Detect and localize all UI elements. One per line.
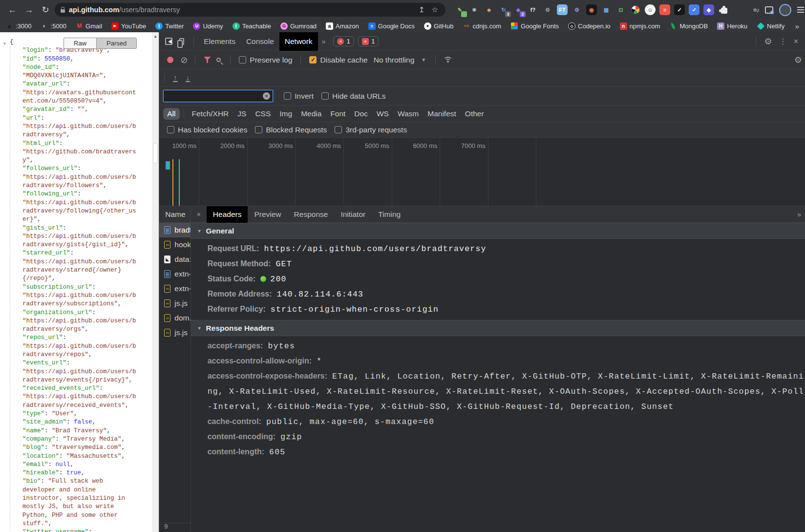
export-har-icon[interactable]: ↓	[186, 74, 191, 82]
reload-icon[interactable]: ↻	[38, 4, 53, 15]
bookmark-youtube[interactable]: ▶YouTube	[111, 22, 146, 30]
tab-groups-icon[interactable]	[765, 6, 773, 14]
devtools-settings-icon[interactable]: ⚙	[761, 36, 776, 47]
function-extension-icon[interactable]: f?	[528, 4, 538, 15]
filter-pill-media[interactable]: Media	[297, 108, 325, 120]
more-tabs-icon[interactable]: »	[318, 38, 330, 45]
ft-blue-extension-icon[interactable]: FT	[557, 4, 568, 15]
bookmark-heroku[interactable]: HHeroku	[717, 22, 747, 30]
devtools-tab-network[interactable]: Network	[279, 32, 318, 51]
filter-pill-doc[interactable]: Doc	[350, 108, 372, 120]
profile-avatar[interactable]	[779, 4, 791, 16]
layers-extension-icon[interactable]: ◆2	[513, 4, 524, 15]
bookmark-twitter[interactable]: tTwitter	[155, 22, 184, 30]
clear-icon[interactable]: ⊘	[177, 55, 191, 65]
color-wheel-extension-icon[interactable]	[630, 4, 641, 15]
inspect-element-icon[interactable]	[165, 38, 172, 45]
filter-pill-other[interactable]: Other	[461, 108, 488, 120]
import-har-icon[interactable]: ↑	[173, 74, 178, 82]
panels-extension-icon[interactable]: ▦	[601, 4, 612, 15]
shield-indigo-extension-icon[interactable]: ◈	[703, 4, 714, 15]
detail-tab-preview[interactable]: Preview	[248, 206, 287, 223]
response-headers-section-header[interactable]: ▼ Response Headers	[191, 320, 805, 336]
network-overview-timeline[interactable]: 1000 ms2000 ms3000 ms4000 ms5000 ms6000 …	[159, 138, 805, 206]
network-conditions-icon[interactable]	[443, 57, 453, 64]
detail-more-tabs-icon[interactable]: »	[793, 211, 805, 218]
filter-pill-css[interactable]: CSS	[251, 108, 275, 120]
notes-extension-icon[interactable]: ≡	[659, 4, 670, 15]
extensions-puzzle-extension-icon[interactable]	[718, 4, 729, 15]
bookmark-udemy[interactable]: UUdemy	[193, 22, 223, 30]
request-row-data-image-png[interactable]: ◣data:image/png;...	[159, 252, 190, 267]
back-icon[interactable]: ←	[5, 5, 20, 15]
url-bar[interactable]: api.github.com/users/bradtraversy ↥ ☆	[55, 3, 445, 17]
bookmark-gumroad[interactable]: GGumroad	[280, 22, 317, 30]
bookmark-netlify[interactable]: Netlify	[757, 22, 784, 30]
collapse-caret-icon[interactable]: ▼	[3, 40, 6, 48]
general-section-header[interactable]: ▼ General	[191, 223, 805, 239]
gear-purple-extension-icon[interactable]: ⚙	[572, 4, 582, 15]
sync-extension-icon[interactable]: ↻3	[498, 4, 509, 15]
request-row-dom-js[interactable]: ‹›dom.js	[159, 311, 190, 325]
bookmark-google-docs[interactable]: ≡Google Docs	[368, 22, 415, 30]
close-detail-icon[interactable]: ×	[191, 211, 207, 218]
network-settings-icon[interactable]: ⚙	[790, 55, 805, 65]
face-extension-icon[interactable]: ☻	[484, 4, 494, 15]
bookmark-teachable[interactable]: tTeachable	[233, 22, 271, 30]
scrollbar-up-icon[interactable]: ▲	[152, 32, 159, 39]
devtools-tab-elements[interactable]: Elements	[198, 32, 241, 51]
filter-pill-all[interactable]: All	[163, 108, 179, 120]
bookmark-mongodb[interactable]: MongoDB	[669, 22, 708, 30]
lock-icon[interactable]	[61, 9, 65, 13]
filter-pill-ws[interactable]: WS	[373, 108, 393, 120]
bookmark-google-fonts[interactable]: Google Fonts	[510, 22, 559, 30]
check-extension-icon[interactable]: ✓	[674, 4, 685, 15]
bookmark-amazon[interactable]: aAmazon	[326, 22, 359, 30]
request-row-js-js[interactable]: ‹›js.js	[159, 325, 190, 340]
device-toolbar-icon[interactable]	[179, 38, 184, 45]
detail-tab-response[interactable]: Response	[288, 206, 335, 223]
bookmark-star-icon[interactable]: ☆	[430, 5, 440, 14]
bookmark-gmail[interactable]: MGmail	[76, 22, 102, 30]
name-column-header[interactable]: Name	[159, 206, 190, 223]
bookmark-5000[interactable]: ◐:5000	[41, 22, 67, 30]
pencil-extension-icon[interactable]: ✎	[454, 4, 465, 15]
devtools-tab-console[interactable]: Console	[241, 32, 279, 51]
detail-tab-headers[interactable]: Headers	[207, 206, 248, 223]
request-row-js-js[interactable]: ‹›js.js	[159, 296, 190, 311]
throttling-select[interactable]: No throttling	[374, 56, 415, 64]
shield-blue-extension-icon[interactable]: ✓	[689, 4, 699, 15]
filter-pill-font[interactable]: Font	[326, 108, 349, 120]
bookmark-github[interactable]: ●GitHub	[424, 22, 453, 30]
face-white-extension-icon[interactable]: ☺	[645, 4, 656, 15]
filter-pill-wasm[interactable]: Wasm	[394, 108, 423, 120]
bookmark-3000[interactable]: ▲:3000	[6, 22, 32, 30]
capture-extension-icon[interactable]: ⊡	[615, 4, 626, 15]
filter-pill-js[interactable]: JS	[233, 108, 250, 120]
bookmark-cdnjs-com[interactable]: <>cdnjs.com	[463, 22, 501, 30]
filter-input[interactable]	[164, 90, 273, 102]
devtools-kebab-icon[interactable]: ⋮	[776, 37, 790, 46]
menu-icon[interactable]	[797, 7, 804, 13]
filter-pill-img[interactable]: Img	[275, 108, 296, 120]
issues-badge[interactable]: ×1	[358, 36, 379, 46]
devtools-close-icon[interactable]: ×	[790, 37, 802, 46]
bookmark-npmjs-com[interactable]: nnpmjs.com	[620, 22, 660, 30]
atom-extension-icon[interactable]: ⚛	[469, 4, 480, 15]
forward-icon[interactable]: →	[21, 5, 36, 15]
request-row-hook-js[interactable]: ‹›hook.js	[159, 237, 190, 252]
scrollbar-thumb[interactable]	[153, 143, 158, 164]
detail-tab-initiator[interactable]: Initiator	[334, 206, 372, 223]
filter-icon[interactable]	[204, 57, 211, 63]
gear-gray-extension-icon[interactable]: ⚙	[542, 4, 553, 15]
request-row-bradtraversy[interactable]: bradtraversy	[159, 223, 190, 237]
throttling-caret-icon[interactable]: ▼	[421, 57, 426, 63]
camera-extension-icon[interactable]: ◉	[586, 4, 597, 15]
console-errors-badge[interactable]: ×1	[333, 36, 354, 46]
request-row-extn-utils-js[interactable]: ‹›extn-utils.js	[159, 281, 190, 296]
bookmark-codepen-io[interactable]: ◇Codepen.io	[568, 22, 611, 30]
search-icon[interactable]	[216, 58, 221, 62]
filter-pill-fetch-xhr[interactable]: Fetch/XHR	[188, 108, 233, 120]
detail-tab-timing[interactable]: Timing	[372, 206, 407, 223]
bookmarks-overflow-icon[interactable]: »	[795, 22, 799, 30]
